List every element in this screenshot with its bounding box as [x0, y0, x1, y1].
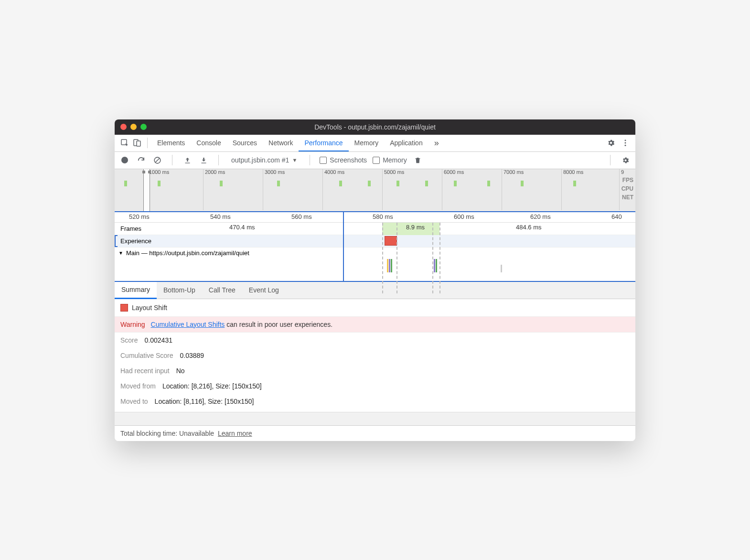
chevron-down-icon: ▼ — [292, 157, 297, 163]
ruler-tick: 560 ms — [291, 213, 312, 220]
divider — [310, 155, 310, 165]
footer-bar: Total blocking time: Unavailable Learn m… — [115, 425, 635, 441]
titlebar: DevTools - output.jsbin.com/zajamil/quie… — [115, 119, 635, 135]
device-toggle-icon[interactable] — [131, 137, 143, 149]
learn-more-link[interactable]: Learn more — [218, 430, 252, 437]
task-boundary — [382, 223, 383, 293]
prop-val: 0.002431 — [145, 336, 172, 344]
divider — [172, 155, 172, 165]
tab-console[interactable]: Console — [191, 135, 226, 151]
blocking-time-text: Total blocking time: Unavailable — [120, 430, 214, 437]
playhead[interactable] — [343, 212, 344, 281]
ov-tick-label: 3000 ms — [265, 169, 285, 175]
experience-row[interactable]: Experience — [115, 235, 635, 248]
minimize-icon[interactable] — [130, 124, 137, 130]
ov-tick-label: 5000 ms — [384, 169, 404, 175]
cpu-label: CPU — [621, 184, 633, 193]
download-button[interactable] — [198, 157, 209, 164]
close-icon[interactable] — [120, 124, 127, 130]
frame-duration: 470.4 ms — [229, 224, 255, 231]
tab-application[interactable]: Application — [384, 135, 429, 151]
detail-subtabs: Summary Bottom-Up Call Tree Event Log — [115, 282, 635, 299]
svg-point-5 — [625, 145, 626, 146]
window-title: DevTools - output.jsbin.com/zajamil/quie… — [115, 123, 635, 131]
tab-memory[interactable]: Memory — [349, 135, 385, 151]
subtab-bottomup[interactable]: Bottom-Up — [157, 282, 202, 299]
ruler-tick: 600 ms — [454, 213, 474, 220]
tab-sources[interactable]: Sources — [227, 135, 263, 151]
divider — [218, 155, 219, 165]
ov-tick-label: 9 — [621, 169, 624, 175]
chevron-down-icon[interactable]: ▼ — [118, 250, 123, 256]
maximize-icon[interactable] — [140, 124, 147, 130]
prop-cumulative-score: Cumulative Score 0.03889 — [115, 348, 635, 363]
subtab-calltree[interactable]: Call Tree — [202, 282, 242, 299]
checkbox-icon — [373, 157, 380, 164]
prop-moved-from: Moved from Location: [8,216], Size: [150… — [115, 378, 635, 394]
settings-gear-icon[interactable] — [620, 156, 631, 164]
inspect-icon[interactable] — [118, 137, 131, 149]
overview-selection[interactable] — [143, 169, 150, 211]
summary-panel: Layout Shift Warning Cumulative Layout S… — [115, 299, 635, 441]
frame-duration: 484.6 ms — [516, 224, 541, 231]
ruler-tick: 580 ms — [373, 213, 393, 220]
tab-elements[interactable]: Elements — [151, 135, 191, 151]
prop-key: Moved from — [120, 382, 156, 390]
spacer — [115, 412, 635, 425]
ruler-tick: 520 ms — [129, 213, 150, 220]
memory-checkbox[interactable]: Memory — [373, 156, 407, 164]
flamechart[interactable]: 520 ms 540 ms 560 ms 580 ms 600 ms 620 m… — [115, 212, 635, 282]
clear-button[interactable] — [152, 156, 162, 164]
record-button[interactable] — [119, 157, 130, 163]
kebab-menu-icon[interactable] — [619, 137, 632, 149]
subtab-summary[interactable]: Summary — [115, 282, 157, 299]
warning-label: Warning — [120, 321, 145, 328]
gear-icon[interactable] — [605, 137, 617, 149]
prop-key: Moved to — [120, 398, 148, 405]
recording-select[interactable]: output.jsbin.com #1 ▼ — [228, 156, 300, 164]
tabs-overflow[interactable]: » — [429, 135, 445, 151]
detail-ruler: 520 ms 540 ms 560 ms 580 ms 600 ms 620 m… — [115, 212, 635, 223]
layout-shift-marker[interactable] — [385, 236, 397, 246]
ruler-tick: 540 ms — [210, 213, 231, 220]
subtab-eventlog[interactable]: Event Log — [242, 282, 286, 299]
trash-button[interactable] — [413, 156, 423, 164]
net-label: NET — [621, 193, 633, 202]
cumulative-layout-shifts-link[interactable]: Cumulative Layout Shifts — [151, 321, 225, 328]
fps-label: FPS — [621, 176, 633, 184]
main-thread-row[interactable]: ▼ Main — https://output.jsbin.com/zajami… — [115, 248, 635, 281]
prop-key: Score — [120, 336, 138, 344]
perf-toolbar: output.jsbin.com #1 ▼ Screenshots Memory — [115, 152, 635, 169]
prop-val: 0.03889 — [180, 352, 204, 359]
summary-title: Layout Shift — [132, 304, 167, 312]
tab-network[interactable]: Network — [263, 135, 299, 151]
overview-tracks: FPS CPU NET — [621, 176, 633, 202]
ruler-tick: 640 — [611, 213, 622, 220]
prop-val: Location: [8,216], Size: [150x150] — [162, 382, 262, 390]
ruler-tick: 620 ms — [530, 213, 551, 220]
main-thread-label: Main — https://output.jsbin.com/zajamil/… — [126, 249, 249, 257]
layout-shift-swatch-icon — [120, 304, 128, 312]
prop-key: Cumulative Score — [120, 352, 173, 359]
panel-tabs: Elements Console Sources Network Perform… — [115, 135, 635, 152]
traffic-lights — [120, 124, 147, 130]
task-boundary — [432, 223, 433, 293]
prop-val: Location: [8,116], Size: [150x150] — [155, 398, 254, 405]
checkbox-icon — [320, 157, 327, 164]
recording-name: output.jsbin.com #1 — [231, 156, 289, 164]
timeline-overview[interactable]: 1000 ms 2000 ms 3000 ms 4000 ms 5000 ms … — [115, 169, 635, 212]
task-boundary — [396, 223, 397, 293]
ov-tick-label: 7000 ms — [504, 169, 524, 175]
reload-button[interactable] — [136, 156, 146, 164]
ov-tick-label: 1000 ms — [149, 169, 169, 175]
upload-button[interactable] — [182, 157, 193, 164]
memory-label: Memory — [383, 156, 407, 164]
divider — [147, 138, 148, 148]
tab-performance[interactable]: Performance — [299, 135, 348, 151]
ov-tick-label: 6000 ms — [444, 169, 464, 175]
svg-rect-2 — [137, 141, 140, 146]
screenshots-checkbox[interactable]: Screenshots — [320, 156, 367, 164]
experience-row-label: Experience — [120, 237, 151, 245]
svg-point-3 — [625, 140, 626, 141]
svg-point-4 — [625, 142, 626, 144]
